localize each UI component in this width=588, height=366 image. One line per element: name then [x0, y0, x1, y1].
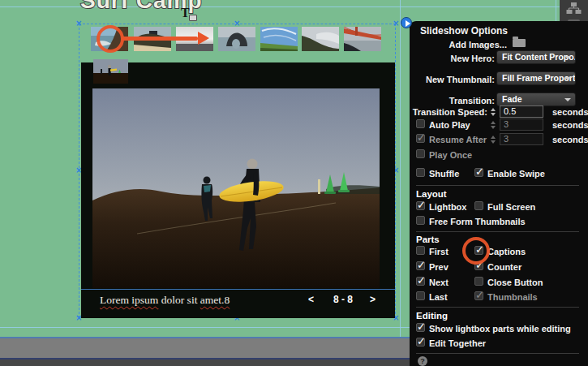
auto-play-field[interactable]: 3 — [500, 118, 543, 131]
new-thumbnail-dropdown[interactable]: Fill Frame Proport... — [496, 71, 576, 85]
next-arrow[interactable]: > — [370, 294, 376, 305]
transition-value: Fade — [502, 94, 522, 104]
section-divider — [416, 231, 579, 232]
full-screen-label: Full Screen — [487, 202, 535, 212]
show-lightbox-parts-label: Show lightbox parts while editing — [429, 324, 571, 334]
arrow-right-icon — [406, 20, 410, 27]
annotation-arrow-line — [122, 37, 198, 41]
image-badge-icon — [189, 15, 197, 21]
annotation-arrow-head — [198, 32, 209, 45]
free-form-thumbnails-checkbox[interactable] — [416, 216, 425, 225]
seconds-unit: seconds — [552, 120, 588, 130]
slide-counter: 8 - 8 — [329, 294, 357, 305]
resume-after-field[interactable]: 3 — [500, 133, 543, 145]
vertical-guide — [400, 0, 401, 337]
help-icon[interactable]: ? — [418, 356, 427, 366]
resume-after-stepper[interactable] — [489, 133, 496, 145]
seconds-unit: seconds — [552, 135, 588, 144]
play-once-label: Play Once — [429, 150, 472, 160]
full-screen-checkbox[interactable] — [474, 201, 483, 210]
free-form-thumbnails-label: Free Form Thumbnails — [429, 217, 526, 226]
caption-misspelled-word: Lorem ipsum — [100, 294, 158, 306]
close-button-checkbox[interactable] — [474, 277, 483, 286]
panel-dock — [560, 0, 588, 23]
section-divider — [416, 353, 579, 354]
thumbnail-golden-gate-bridge[interactable] — [344, 27, 381, 51]
last-checkbox[interactable] — [416, 291, 425, 300]
transition-dropdown[interactable]: Fade — [496, 93, 576, 106]
selection-handle[interactable]: × — [234, 20, 240, 27]
caption-divider-line — [81, 289, 395, 290]
layout-header: Layout — [416, 189, 447, 199]
transition-speed-field[interactable]: 0.5 — [500, 105, 543, 118]
folder-icon[interactable] — [513, 39, 526, 47]
section-divider — [416, 185, 579, 186]
next-checkbox[interactable] — [416, 277, 425, 286]
prev-label: Prev — [429, 262, 449, 272]
text-frame-icon[interactable]: T — [181, 6, 197, 22]
chevron-down-icon — [564, 77, 571, 80]
new-hero-dropdown[interactable]: Fit Content Propo... — [496, 50, 576, 64]
chevron-down-icon — [564, 98, 571, 101]
edit-together-label: Edit Together — [429, 338, 486, 348]
auto-play-label: Auto Play — [429, 120, 470, 130]
section-divider — [416, 307, 579, 308]
selection-handle[interactable]: × — [75, 20, 82, 27]
add-images-button[interactable]: Add Images... — [449, 40, 507, 50]
auto-play-checkbox[interactable] — [416, 119, 425, 128]
enable-swipe-checkbox[interactable] — [474, 168, 483, 177]
selection-handle[interactable]: × — [393, 20, 399, 27]
slideshow-container[interactable]: Lorem ipsum dolor sit amet.8 < 8 - 8 > — [81, 62, 395, 318]
shuffle-label: Shuffle — [429, 169, 459, 179]
auto-play-stepper[interactable] — [489, 118, 496, 131]
thumbnail-green-field-sky[interactable] — [260, 27, 298, 51]
show-lightbox-parts-checkbox[interactable] — [416, 323, 425, 332]
new-thumbnail-label: New Thumbnail: — [426, 75, 495, 84]
caption-text: dolor sit — [158, 294, 200, 306]
shuffle-checkbox[interactable] — [416, 168, 425, 177]
transition-speed-stepper[interactable] — [489, 105, 496, 118]
first-label: First — [429, 247, 449, 256]
prev-checkbox[interactable] — [416, 261, 425, 270]
play-once-checkbox[interactable] — [416, 149, 425, 158]
horizontal-guide — [0, 327, 410, 328]
counter-label: Counter — [487, 262, 521, 272]
widget-options-badge[interactable] — [401, 17, 412, 28]
edit-together-checkbox[interactable] — [416, 338, 425, 347]
slide-caption[interactable]: Lorem ipsum dolor sit amet.8 — [100, 294, 230, 307]
vertical-guide — [556, 0, 556, 21]
lightbox-checkbox[interactable] — [416, 201, 425, 210]
transition-label: Transition: — [449, 96, 495, 105]
parts-header: Parts — [416, 235, 440, 244]
editing-header: Editing — [416, 311, 448, 321]
prev-arrow[interactable]: < — [308, 294, 314, 305]
plan-sitemap-icon[interactable] — [566, 2, 582, 15]
first-checkbox[interactable] — [416, 246, 425, 255]
slideshow-options-panel: Slideshow Options Add Images... New Hero… — [410, 21, 588, 366]
lightbox-label: Lightbox — [429, 202, 466, 212]
transition-speed-label: Transition Speed: — [413, 107, 487, 117]
thumbnails-checkbox[interactable] — [474, 291, 483, 300]
annotation-circle-captions — [462, 237, 490, 265]
seconds-unit: seconds — [552, 107, 588, 117]
caption-misspelled-word: amet.8 — [200, 294, 230, 306]
chevron-down-icon — [564, 56, 571, 59]
captions-label: Captions — [487, 247, 526, 256]
new-hero-label: New Hero: — [451, 54, 495, 63]
resume-after-label: Resume After — [429, 135, 487, 144]
thumbnails-label: Thumbnails — [487, 292, 538, 302]
hero-image-surfers[interactable] — [92, 88, 380, 288]
thumbnail-foggy-hills[interactable] — [302, 27, 339, 51]
close-button-label: Close Button — [487, 278, 543, 287]
last-label: Last — [429, 292, 448, 302]
enable-swipe-label: Enable Swipe — [487, 169, 545, 179]
thumbnail-arch-rock[interactable] — [218, 27, 255, 51]
muse-design-canvas: Surf Camp T × × × × × × × × — [0, 0, 588, 366]
next-label: Next — [429, 278, 449, 287]
panel-title: Slideshow Options — [420, 25, 508, 37]
resume-after-checkbox[interactable] — [416, 134, 425, 143]
annotation-circle-thumbnail — [97, 25, 124, 53]
active-thumbnail-surfers[interactable] — [93, 59, 128, 84]
